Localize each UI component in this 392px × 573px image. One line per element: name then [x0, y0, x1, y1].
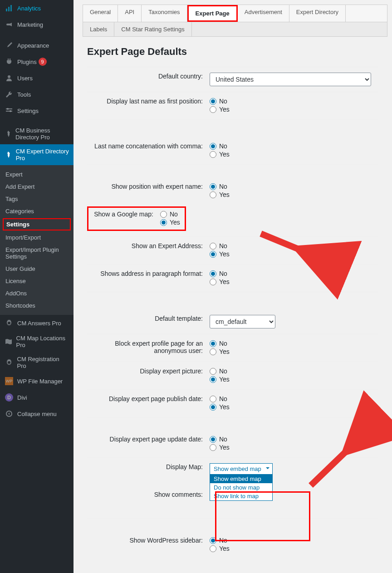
pin-icon [5, 150, 12, 159]
radio-yes[interactable]: Yes [210, 191, 378, 198]
radio-no[interactable]: No [210, 367, 378, 375]
sub-categories[interactable]: Categories [0, 205, 74, 217]
tab-advertisement[interactable]: Advertisement [238, 5, 289, 22]
label-block-anon: Block expert profile page for an anonymo… [87, 340, 210, 356]
admin-sidebar: Analytics Marketing Appearance Plugins9 … [0, 0, 74, 573]
radio-yes[interactable]: Yes [210, 444, 378, 451]
svg-point-7 [10, 110, 11, 112]
sub-shortcodes[interactable]: Shortcodes [0, 299, 74, 312]
label-last-name-first: Display last name as first position: [87, 98, 210, 114]
sidebar-item-analytics[interactable]: Analytics [0, 0, 74, 16]
label-publish-date: Display expert page publish date: [87, 395, 210, 411]
sidebar-item-cm-map[interactable]: CM Map Locations Pro [0, 331, 74, 352]
radio-no[interactable]: No [210, 436, 378, 443]
sub-user-guide[interactable]: User Guide [0, 263, 74, 275]
radio-yes[interactable]: Yes [160, 219, 180, 226]
sub-license[interactable]: License [0, 275, 74, 287]
tab-labels[interactable]: Labels [83, 22, 114, 36]
plugins-badge: 9 [39, 58, 47, 66]
select-display-map[interactable]: Show embed map [210, 463, 273, 475]
label: CM Map Locations Pro [16, 335, 69, 348]
radio-no[interactable]: No [210, 395, 378, 402]
svg-rect-2 [10, 5, 12, 11]
sidebar-item-users[interactable]: Users [0, 70, 74, 86]
radio-yes[interactable]: Yes [210, 278, 378, 285]
label: WP File Manager [17, 378, 63, 385]
sidebar-item-divi[interactable]: DDivi [0, 389, 74, 406]
svg-point-6 [7, 108, 9, 110]
tab-expert-directory[interactable]: Expert Directory [289, 5, 346, 22]
radio-no[interactable]: No [210, 340, 378, 347]
chart-icon [5, 4, 14, 13]
label-display-picture: Display expert picture: [87, 367, 210, 384]
radio-yes[interactable]: Yes [210, 545, 378, 552]
radio-yes[interactable]: Yes [210, 106, 378, 113]
sidebar-item-cm-answers[interactable]: CM Answers Pro [0, 315, 74, 331]
label-show-position: Show position with expert name: [87, 183, 210, 199]
radio-no[interactable]: No [160, 211, 180, 218]
label: Tools [17, 91, 31, 98]
select-template[interactable]: cm_default [210, 315, 275, 328]
megaphone-icon [5, 20, 14, 29]
radio-no[interactable]: No [210, 142, 378, 150]
tab-api[interactable]: API [118, 5, 142, 22]
svg-rect-1 [8, 7, 10, 11]
svg-rect-0 [6, 9, 7, 11]
tab-general[interactable]: General [83, 5, 118, 22]
sub-settings[interactable]: Settings [3, 218, 71, 230]
sidebar-item-settings[interactable]: Settings [0, 103, 74, 119]
radio-yes[interactable]: Yes [210, 348, 378, 355]
label: CM Registration Pro [17, 356, 69, 369]
collapse-icon [5, 409, 14, 418]
tab-expert-page[interactable]: Expert Page [187, 5, 238, 22]
radio-no[interactable]: No [210, 183, 378, 190]
sub-export-import-plugin[interactable]: Export/Import Plugin Settings [0, 244, 74, 263]
sub-import-export[interactable]: Import/Export [0, 231, 74, 244]
sidebar-item-appearance[interactable]: Appearance [0, 37, 74, 54]
tab-taxonomies[interactable]: Taxonomies [142, 5, 187, 22]
radio-no[interactable]: No [210, 270, 378, 277]
select-default-country[interactable]: United States [210, 73, 371, 86]
label: CM Business Directory Pro [15, 127, 69, 141]
sidebar-item-plugins[interactable]: Plugins9 [0, 54, 74, 70]
sidebar-item-cm-expert[interactable]: CM Expert Directory Pro [0, 144, 74, 165]
main-content: General API Taxonomies Expert Page Adver… [74, 0, 392, 568]
sidebar-item-wp-file[interactable]: WPWP File Manager [0, 373, 74, 389]
label: Marketing [17, 21, 43, 28]
svg-point-3 [8, 75, 10, 78]
sub-tags[interactable]: Tags [0, 193, 74, 205]
wrench-icon [5, 90, 14, 99]
pin-icon [5, 129, 12, 138]
radio-yes[interactable]: Yes [210, 376, 378, 383]
sidebar-item-cm-reg[interactable]: CM Registration Pro [0, 352, 74, 373]
radio-no[interactable]: No [210, 98, 378, 105]
gear-icon [5, 358, 14, 367]
label: Settings [17, 108, 39, 114]
sub-expert[interactable]: Expert [0, 168, 74, 181]
sidebar-item-collapse[interactable]: Collapse menu [0, 406, 74, 422]
label: Divi [17, 394, 27, 401]
radio-yes[interactable]: Yes [210, 151, 378, 158]
radio-yes[interactable]: Yes [210, 403, 378, 411]
label-address-paragraph: Shows address in paragraph format: [87, 270, 210, 286]
sub-addons[interactable]: AddOns [0, 287, 74, 299]
label: Plugins [17, 59, 37, 65]
sidebar-item-tools[interactable]: Tools [0, 86, 74, 103]
label-default-country: Default country: [87, 73, 210, 86]
sub-add-expert[interactable]: Add Expert [0, 181, 74, 193]
user-icon [5, 73, 14, 83]
label: Users [17, 75, 33, 82]
brush-icon [5, 41, 14, 50]
option-embed[interactable]: Show embed map [210, 475, 272, 483]
divi-icon: D [5, 393, 14, 402]
radio-yes[interactable]: Yes [210, 250, 378, 258]
label: Analytics [17, 5, 41, 12]
sidebar-item-marketing[interactable]: Marketing [0, 16, 74, 33]
label-default-template: Default template: [87, 315, 210, 328]
option-no-map[interactable]: Do not show map [210, 483, 272, 492]
sidebar-item-cm-business[interactable]: CM Business Directory Pro [0, 123, 74, 144]
label-display-map: Display Map: [87, 463, 210, 501]
label: Appearance [17, 42, 49, 49]
tab-cm-star[interactable]: CM Star Rating Settings [114, 22, 191, 36]
radio-no[interactable]: No [210, 242, 378, 250]
